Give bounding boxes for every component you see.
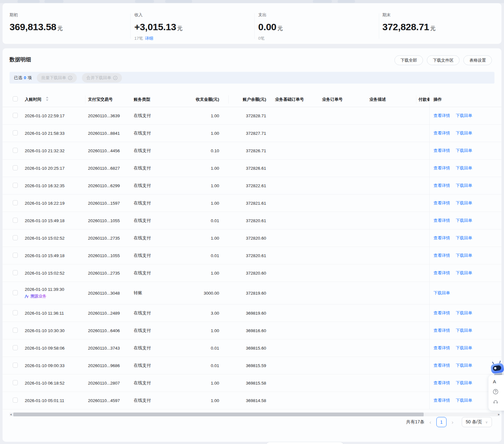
action-download-receipt[interactable]: 下载回单 (456, 253, 472, 258)
next-page-button[interactable]: › (452, 420, 454, 425)
batch-download-button[interactable]: 批量下载回单 (37, 73, 77, 83)
income-count: 17笔 (134, 36, 143, 41)
row-checkbox[interactable] (13, 165, 18, 170)
col-ops: 操作 (429, 92, 501, 107)
action-download-receipt[interactable]: 下载回单 (456, 380, 472, 386)
action-view-details[interactable]: 查看详情 (433, 363, 450, 368)
action-download-receipt[interactable]: 下载回单 (456, 363, 472, 368)
bottom-floating-bar[interactable] (265, 442, 344, 444)
row-checkbox[interactable] (13, 398, 18, 403)
row-checkbox[interactable] (13, 290, 18, 295)
action-download-receipt[interactable]: 下载回单 (456, 310, 472, 316)
table-row: 2026-01-10 09:00:33 20260110...9686 在线支付… (3, 357, 501, 374)
row-checkbox[interactable] (13, 200, 18, 205)
row-checkbox[interactable] (13, 183, 18, 188)
action-view-details[interactable]: 查看详情 (433, 200, 450, 206)
action-view-details[interactable]: 查看详情 (433, 113, 450, 119)
row-txn-id: 20260110...8841 (88, 131, 134, 136)
row-amount: 1.00 (177, 131, 219, 136)
select-all-checkbox[interactable] (13, 96, 18, 101)
action-view-details[interactable]: 查看详情 (433, 310, 450, 316)
row-checkbox[interactable] (13, 253, 18, 258)
row-checkbox[interactable] (13, 113, 18, 118)
row-checkbox[interactable] (13, 130, 18, 135)
row-txn-id: 20260110...3743 (88, 346, 134, 351)
assistant-ai-label[interactable]: A (493, 379, 504, 384)
tab-remnant (313, 0, 332, 3)
scroll-right-arrow[interactable]: ► (497, 413, 501, 416)
row-checkbox[interactable] (13, 380, 18, 385)
help-icon[interactable] (493, 389, 498, 394)
action-view-details[interactable]: 查看详情 (433, 270, 450, 276)
row-amount: 0.01 (177, 346, 219, 351)
row-checkbox[interactable] (13, 328, 18, 333)
action-view-details[interactable]: 查看详情 (433, 130, 450, 136)
action-download-receipt[interactable]: 下载回单 (456, 345, 472, 351)
closing-value: 372,828.71元 (382, 22, 435, 32)
action-view-details[interactable]: 查看详情 (433, 165, 450, 171)
action-download-receipt[interactable]: 下载回单 (456, 165, 472, 171)
action-download-receipt[interactable]: 下载回单 (456, 130, 472, 136)
action-download-receipt[interactable]: 下载回单 (456, 218, 472, 223)
download-all-button[interactable]: 下载全部 (394, 55, 423, 65)
row-checkbox[interactable] (13, 345, 18, 350)
action-view-details[interactable]: 查看详情 (433, 218, 450, 223)
row-balance: 372827.71 (219, 131, 266, 136)
top-strip (0, 0, 504, 3)
page-size-select[interactable]: 50 条/页 ∨ (462, 417, 492, 427)
row-checkbox[interactable] (13, 270, 18, 275)
action-download-receipt[interactable]: 下载回单 (456, 148, 472, 154)
assistant-robot-icon[interactable] (489, 359, 504, 377)
download-files-button[interactable]: 下载文件区 (427, 55, 460, 65)
pagination: 共有17条 ‹ 1 › 50 条/页 ∨ (406, 416, 492, 428)
action-download-receipt[interactable]: 下载回单 (456, 200, 472, 206)
row-amount: 1.00 (177, 201, 219, 206)
table-row: 2026-01-10 16:22:19 20260110...1597 在线支付… (3, 195, 501, 212)
action-download-receipt[interactable]: 下载回单 (456, 235, 472, 241)
action-view-details[interactable]: 查看详情 (433, 380, 450, 386)
horizontal-scrollbar[interactable]: ◄ ► (10, 413, 500, 416)
action-download-receipt[interactable]: 下载回单 (456, 270, 472, 276)
row-checkbox[interactable] (13, 363, 18, 368)
action-download-receipt[interactable]: 下载回单 (456, 113, 472, 119)
row-checkbox[interactable] (13, 310, 18, 315)
row-checkbox[interactable] (13, 218, 18, 223)
scroll-left-arrow[interactable]: ◄ (9, 413, 12, 416)
action-view-details[interactable]: 查看详情 (433, 398, 450, 403)
action-view-details[interactable]: 查看详情 (433, 328, 450, 333)
row-checkbox[interactable] (13, 235, 18, 240)
tab-remnant (135, 0, 154, 3)
row-account-type: 在线支付 (134, 345, 177, 351)
action-view-details[interactable]: 查看详情 (433, 148, 450, 154)
trace-tag[interactable]: 溯源业务 (25, 294, 88, 299)
table-row: 2026-01-10 10:30:30 20260110...6406 在线支付… (3, 322, 501, 339)
row-actions: 查看详情下载回单 (429, 339, 501, 357)
scrollbar-thumb[interactable] (13, 413, 424, 416)
action-view-details[interactable]: 查看详情 (433, 183, 450, 188)
action-download-receipt[interactable]: 下载回单 (456, 328, 472, 333)
row-actions: 下载回单 (429, 282, 501, 304)
current-page[interactable]: 1 (436, 417, 447, 427)
action-view-details[interactable]: 查看详情 (433, 253, 450, 258)
row-txn-id: 20260110...2807 (88, 381, 134, 386)
prev-page-button[interactable]: ‹ (429, 420, 431, 425)
row-balance: 369819.60 (219, 311, 266, 316)
action-view-details[interactable]: 查看详情 (433, 235, 450, 241)
row-balance: 372820.61 (219, 253, 266, 258)
action-download-receipt[interactable]: 下载回单 (433, 290, 450, 296)
table-row: 2026-01-10 15:49:18 20260110...1055 在线支付… (3, 247, 501, 264)
action-download-receipt[interactable]: 下载回单 (456, 183, 472, 188)
action-download-receipt[interactable]: 下载回单 (456, 398, 472, 403)
sort-icon[interactable] (46, 97, 49, 101)
action-view-details[interactable]: 查看详情 (433, 345, 450, 351)
closing-label: 期末 (382, 12, 435, 18)
row-checkbox[interactable] (13, 148, 18, 153)
income-detail-link[interactable]: 详细 (145, 36, 153, 41)
table-row: 2026-01-10 15:02:52 20260110...2735 在线支付… (3, 264, 501, 282)
table-row: 2026-01-10 05:01:11 20260110...4597 在线支付… (3, 392, 501, 409)
col-balance: 账户余额(元) (219, 97, 266, 102)
row-account-type: 在线支付 (134, 363, 177, 368)
merge-download-button[interactable]: 合并下载回单 (82, 73, 122, 83)
headset-icon[interactable] (493, 399, 498, 405)
table-settings-button[interactable]: 表格设置 (463, 55, 492, 65)
